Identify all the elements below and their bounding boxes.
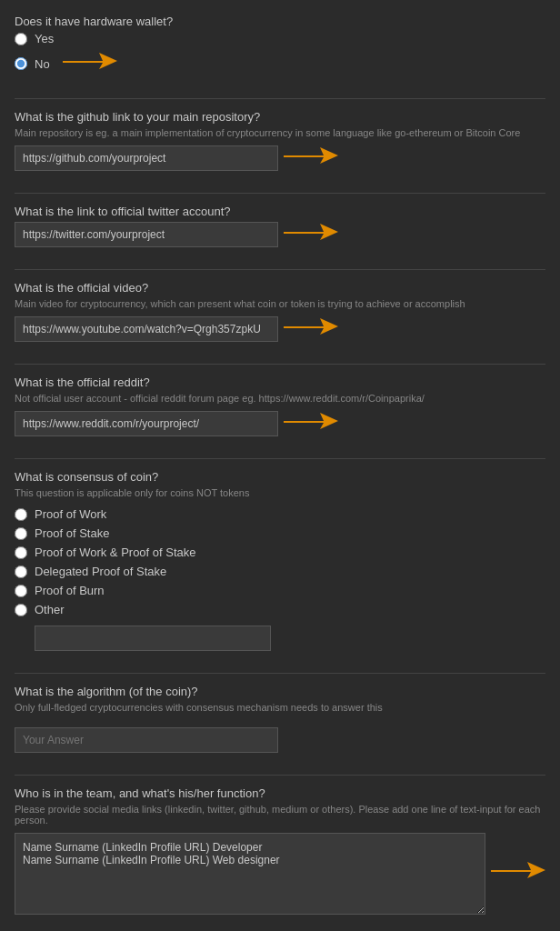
consensus-section: What is consensus of coin? This question… [15,470,545,651]
algorithm-section: What is the algorithm (of the coin)? Onl… [15,685,545,753]
divider-6 [15,673,545,674]
svg-marker-1 [284,147,338,164]
consensus-pob-radio[interactable] [15,585,27,597]
github-question: What is the github link to your main rep… [15,110,545,124]
divider-3 [15,269,545,270]
consensus-pob-label: Proof of Burn [35,584,105,597]
github-input[interactable] [15,145,278,171]
github-section: What is the github link to your main rep… [15,110,545,171]
divider-2 [15,193,545,194]
divider-5 [15,458,545,459]
twitter-input[interactable] [15,222,278,247]
consensus-question: What is consensus of coin? [15,470,545,484]
hardware-wallet-yes-radio[interactable] [15,33,27,45]
twitter-arrow [284,222,338,247]
consensus-other-label: Other [35,603,65,616]
hardware-wallet-yes-label: Yes [35,32,54,45]
team-input-row: Name Surname (LinkedIn Profile URL) Deve… [15,833,545,915]
consensus-other-input[interactable] [35,626,271,651]
video-arrow [284,316,338,342]
hardware-wallet-radio-group: Yes No [15,32,545,76]
consensus-other-radio[interactable] [15,604,27,616]
divider-4 [15,364,545,365]
twitter-section: What is the link to official twitter acc… [15,205,545,247]
consensus-pow[interactable]: Proof of Work [15,507,545,521]
consensus-pos-radio[interactable] [15,527,27,540]
consensus-pow-radio[interactable] [15,508,27,521]
hardware-wallet-no-radio[interactable] [15,57,27,70]
github-hint: Main repository is eg. a main implementa… [15,127,545,138]
video-question: What is the official video? [15,281,545,295]
consensus-other[interactable]: Other [15,603,545,616]
hardware-wallet-no-label: No [35,57,50,71]
team-section: Who is in the team, and what's his/her f… [15,786,545,915]
algorithm-question: What is the algorithm (of the coin)? [15,685,545,698]
team-hint: Please provide social media links (linke… [15,804,545,826]
twitter-question: What is the link to official twitter acc… [15,205,545,218]
consensus-dpos-radio[interactable] [15,566,27,578]
video-input-row [15,316,545,342]
hardware-wallet-no[interactable]: No [15,51,545,76]
algorithm-input[interactable] [15,727,278,753]
github-arrow [284,145,338,171]
video-input[interactable] [15,316,278,342]
svg-marker-3 [284,318,338,335]
consensus-dpos-label: Delegated Proof of Stake [35,565,166,578]
consensus-radio-group: Proof of Work Proof of Stake Proof of Wo… [15,507,545,651]
divider-1 [15,98,545,99]
hardware-wallet-question: Does it have hardware wallet? [15,15,545,28]
svg-marker-4 [284,413,338,429]
reddit-input[interactable] [15,411,278,436]
consensus-pob[interactable]: Proof of Burn [15,584,545,597]
svg-marker-0 [63,53,117,69]
reddit-input-row [15,411,545,436]
consensus-pow-pos-radio[interactable] [15,546,27,559]
twitter-input-row [15,222,545,247]
reddit-hint: Not official user account - official red… [15,393,545,404]
consensus-pow-pos[interactable]: Proof of Work & Proof of Stake [15,546,545,559]
svg-marker-2 [284,224,338,240]
team-question: Who is in the team, and what's his/her f… [15,786,545,800]
video-section: What is the official video? Main video f… [15,281,545,342]
consensus-pos-label: Proof of Stake [35,526,109,540]
consensus-hint: This question is applicable only for coi… [15,487,545,498]
consensus-pos[interactable]: Proof of Stake [15,526,545,540]
reddit-section: What is the official reddit? Not officia… [15,375,545,436]
video-hint: Main video for cryptocurrency, which can… [15,298,545,309]
reddit-arrow [284,411,338,436]
hardware-wallet-yes[interactable]: Yes [15,32,545,45]
consensus-pow-pos-label: Proof of Work & Proof of Stake [35,546,196,559]
algorithm-hint: Only full-fledged cryptocurrencies with … [15,702,545,713]
consensus-dpos[interactable]: Delegated Proof of Stake [15,565,545,578]
no-arrow [63,51,117,76]
reddit-question: What is the official reddit? [15,375,545,389]
svg-marker-5 [491,862,545,878]
hardware-wallet-section: Does it have hardware wallet? Yes No [15,15,545,76]
team-arrow [491,860,545,886]
team-textarea[interactable]: Name Surname (LinkedIn Profile URL) Deve… [15,833,485,915]
divider-7 [15,775,545,776]
github-input-row [15,145,545,171]
consensus-pow-label: Proof of Work [35,507,106,521]
